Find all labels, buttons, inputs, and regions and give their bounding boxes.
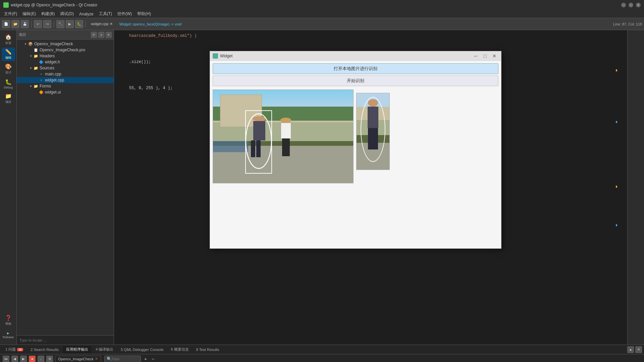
qt-start-recognition-btn[interactable]: 开始识别 bbox=[213, 75, 498, 86]
toolbar-debug[interactable]: 🐛 bbox=[75, 20, 83, 28]
menu-analyze[interactable]: Analyze bbox=[76, 11, 96, 17]
tree-item-project[interactable]: ▼ 📦 Opencv_ImageCheck bbox=[17, 41, 114, 47]
toolbar-open[interactable]: 📂 bbox=[11, 20, 19, 28]
scroll-mark-4 bbox=[616, 224, 617, 226]
panel-help[interactable]: ❓ 帮助 bbox=[2, 314, 15, 327]
menu-debug[interactable]: 调试(D) bbox=[57, 10, 76, 17]
toolbar-new[interactable]: 📄 bbox=[2, 20, 10, 28]
tree-item-forms[interactable]: ▼ 📁 Forms bbox=[17, 83, 114, 89]
zoom-in-btn[interactable]: + bbox=[143, 356, 148, 362]
widget-ui-icon: 🔶 bbox=[39, 90, 44, 95]
thumb-person-legs bbox=[368, 128, 378, 149]
panel-debug[interactable]: 🐛 Debug bbox=[2, 77, 15, 90]
sidebar-filter-btn[interactable]: ≡ bbox=[98, 32, 104, 38]
toolbar: 📄 📂 💾 ↩ ↪ 🔨 ▶ 🐛 widget.cpp ✕ Widget::ope… bbox=[0, 18, 644, 30]
tree-label-headers: Headers bbox=[40, 54, 55, 58]
tree-arrow-sources: ▼ bbox=[29, 66, 33, 70]
toolbar-run[interactable]: ▶ bbox=[66, 20, 74, 28]
scroll-output-btn[interactable]: ↓ bbox=[38, 356, 44, 362]
tab-qml[interactable]: 5 QML Debugger Console bbox=[117, 346, 167, 353]
thumb-person-torso bbox=[368, 107, 378, 128]
qt-minimize-btn[interactable]: ─ bbox=[472, 53, 480, 59]
panel-welcome[interactable]: 🏠 欢迎 bbox=[2, 33, 15, 46]
menu-tools[interactable]: 工具(T) bbox=[96, 10, 115, 17]
panel-project[interactable]: 📁 项目 bbox=[2, 92, 15, 105]
prev-btn[interactable]: ◀ bbox=[11, 356, 18, 362]
panel-welcome-label: 欢迎 bbox=[5, 41, 11, 45]
scroll-mark-3 bbox=[616, 186, 617, 188]
toolbar-build[interactable]: 🔨 bbox=[56, 20, 64, 28]
panel-close-btn[interactable]: ✕ bbox=[635, 346, 642, 353]
sidebar-close-btn[interactable]: ✕ bbox=[106, 32, 112, 38]
tree-item-sources[interactable]: ▼ 📁 Sources bbox=[17, 65, 114, 71]
compile-label: 4 编译输出 bbox=[96, 347, 113, 352]
qt-thumbnail-image bbox=[356, 93, 390, 170]
panel-design[interactable]: 🎨 设计 bbox=[2, 62, 15, 76]
sidebar-content: ▼ 📦 Opencv_ImageCheck ▶ 📋 Opencv_ImageCh… bbox=[17, 40, 114, 345]
menu-edit[interactable]: 编辑(E) bbox=[20, 10, 39, 17]
qt-button-row: 打开本地图片进行识别 开始识别 bbox=[213, 63, 498, 86]
stop-btn[interactable]: ■ bbox=[29, 356, 36, 362]
menu-help[interactable]: 帮助(H) bbox=[135, 10, 154, 17]
tree-item-widget-cpp[interactable]: ▶ 🔹 widget.cpp bbox=[17, 77, 114, 83]
main-layout: 🏠 欢迎 ✏️ 编辑 🎨 设计 🐛 Debug 📁 项目 ❓ 帮助 ▶ Rele… bbox=[0, 30, 644, 345]
toolbar-undo[interactable]: ↩ bbox=[34, 20, 42, 28]
tree-label-sources: Sources bbox=[40, 66, 54, 70]
locate-input[interactable] bbox=[19, 338, 111, 342]
tree-item-headers[interactable]: ▼ 📁 Headers bbox=[17, 53, 114, 59]
sidebar-sync-btn[interactable]: ⟳ bbox=[91, 32, 97, 38]
settings-btn[interactable]: ⚙ bbox=[46, 356, 53, 362]
qt-close-btn[interactable]: ✕ bbox=[490, 53, 498, 59]
editor-area: haarcascade_fullbody.xml") ) .size()); 5… bbox=[114, 30, 627, 345]
tab-test[interactable]: 8 Test Results bbox=[193, 346, 223, 353]
panel-edit[interactable]: ✏️ 编辑 bbox=[2, 48, 15, 61]
panel-expand-btn[interactable]: ▲ bbox=[627, 346, 634, 353]
zoom-out-btn[interactable]: − bbox=[150, 356, 156, 362]
filter-input[interactable] bbox=[112, 357, 139, 361]
tab-appoutput[interactable]: 应用程序输出 bbox=[63, 346, 92, 353]
maximize-button[interactable]: □ bbox=[629, 3, 633, 7]
toolbar-redo[interactable]: ↪ bbox=[43, 20, 51, 28]
run-btn[interactable]: ⏮ bbox=[3, 356, 9, 362]
tree-item-widget-ui[interactable]: ▶ 🔶 widget.ui bbox=[17, 89, 114, 95]
menu-file[interactable]: 文件(F) bbox=[1, 10, 20, 17]
toolbar-save[interactable]: 💾 bbox=[21, 20, 29, 28]
panel-debug-label: Debug bbox=[4, 86, 13, 89]
issues-label: 1 问题 bbox=[5, 347, 16, 352]
filter-container: 🔍 bbox=[104, 356, 141, 362]
tree-label-project: Opencv_ImageCheck bbox=[34, 42, 73, 46]
menu-controls[interactable]: 控件(W) bbox=[115, 10, 135, 17]
app-tab-close[interactable]: ✕ bbox=[95, 357, 98, 361]
bottom-panel: ⏮ ◀ ▶ ■ ↓ ⚙ Opencv_ImageCheck ✕ 🔍 + − "耗… bbox=[0, 354, 644, 362]
qt-maximize-btn[interactable]: □ bbox=[481, 53, 489, 59]
code-line-1: haarcascade_fullbody.xml") ) bbox=[119, 33, 622, 39]
widget-cpp-icon: 🔹 bbox=[39, 78, 44, 82]
tab-overview[interactable]: 6 概要信息 bbox=[168, 346, 192, 353]
tree-item-main-cpp[interactable]: ▶ 🔹 main.cpp bbox=[17, 71, 114, 77]
person2-torso bbox=[281, 123, 291, 138]
qt-app-icon bbox=[213, 53, 218, 59]
main-cpp-icon: 🔹 bbox=[39, 72, 44, 76]
debug-icon: 🐛 bbox=[5, 79, 12, 85]
qt-open-image-btn[interactable]: 打开本地图片进行识别 bbox=[213, 63, 498, 74]
menu-build[interactable]: 构建(B) bbox=[39, 10, 57, 17]
tree-item-pro[interactable]: ▶ 📋 Opencv_ImageCheck.pro bbox=[17, 47, 114, 53]
window-title: widget.cpp @ Opencv_ImageCheck - Qt Crea… bbox=[11, 3, 97, 7]
toolbar-separator-1 bbox=[31, 21, 32, 27]
search-label: 2 Search Results bbox=[31, 348, 59, 352]
issues-badge: 36 bbox=[17, 348, 23, 351]
tree-item-widget-h[interactable]: ▶ 🔷 widget.h bbox=[17, 59, 114, 65]
tab-search[interactable]: 2 Search Results bbox=[27, 346, 62, 353]
bottom-panel-toolbar: ⏮ ◀ ▶ ■ ↓ ⚙ Opencv_ImageCheck ✕ 🔍 + − bbox=[0, 354, 644, 362]
tab-widget-cpp[interactable]: widget.cpp ✕ bbox=[91, 22, 113, 26]
next-btn[interactable]: ▶ bbox=[20, 356, 27, 362]
person2-head bbox=[280, 118, 291, 123]
tree-label-widget-h: widget.h bbox=[45, 60, 60, 64]
tab-issues[interactable]: 1 问题 36 bbox=[2, 346, 26, 353]
panel-release[interactable]: ▶ Release bbox=[2, 328, 15, 342]
tree-label-widget-cpp: widget.cpp bbox=[45, 78, 64, 82]
minimize-button[interactable]: ─ bbox=[621, 3, 626, 7]
close-button[interactable]: ✕ bbox=[636, 3, 641, 7]
tab-opencv-func[interactable]: Widget::opencv_face(QImage) -> void bbox=[119, 22, 182, 26]
tab-compile[interactable]: 4 编译输出 bbox=[92, 346, 117, 353]
